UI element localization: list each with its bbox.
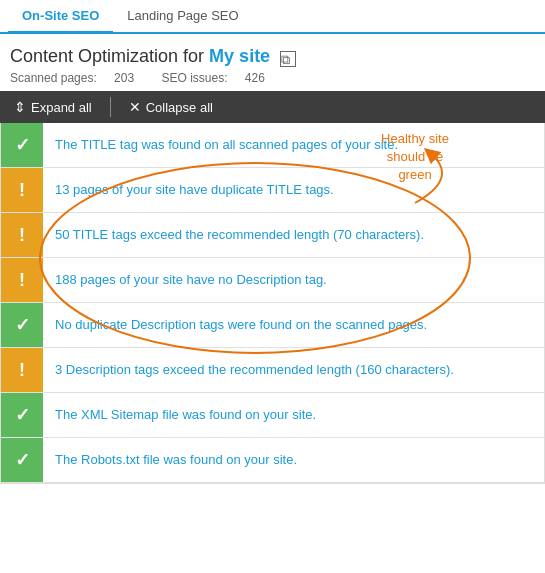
item-text: The Robots.txt file was found on your si… (43, 443, 544, 477)
list-item: The Robots.txt file was found on your si… (1, 438, 544, 483)
items-wrapper: The TITLE tag was found on all scanned p… (0, 123, 545, 484)
copy-icon[interactable] (280, 51, 296, 67)
items-list: The TITLE tag was found on all scanned p… (0, 123, 545, 484)
scanned-pages-label: Scanned pages: (10, 71, 97, 85)
warning-icon (19, 180, 25, 201)
item-text: No duplicate Description tags were found… (43, 308, 544, 342)
status-badge-warning (1, 348, 43, 392)
item-text: The XML Sitemap file was found on your s… (43, 398, 544, 432)
list-item: 13 pages of your site have duplicate TIT… (1, 168, 544, 213)
site-name: My site (209, 46, 270, 66)
warning-icon (19, 225, 25, 246)
status-badge-success (1, 438, 43, 482)
status-badge-success (1, 123, 43, 167)
seo-issues-label: SEO issues: (161, 71, 227, 85)
title-prefix: Content Optimization for (10, 46, 204, 66)
scanned-pages-value: 203 (114, 71, 134, 85)
list-item: 3 Description tags exceed the recommende… (1, 348, 544, 393)
collapse-all-button[interactable]: ✕ Collapse all (125, 97, 217, 117)
status-badge-success (1, 303, 43, 347)
page-title: Content Optimization for My site (10, 46, 535, 67)
item-text: 50 TITLE tags exceed the recommended len… (43, 218, 544, 252)
warning-icon (19, 360, 25, 381)
list-item: 188 pages of your site have no Descripti… (1, 258, 544, 303)
list-item: 50 TITLE tags exceed the recommended len… (1, 213, 544, 258)
expand-icon: ⇕ (14, 99, 26, 115)
collapse-label: Collapse all (146, 100, 213, 115)
warning-icon (19, 270, 25, 291)
list-item: No duplicate Description tags were found… (1, 303, 544, 348)
list-item: The TITLE tag was found on all scanned p… (1, 123, 544, 168)
status-badge-warning (1, 258, 43, 302)
seo-issues-value: 426 (245, 71, 265, 85)
scan-info: Scanned pages: 203 SEO issues: 426 (10, 71, 535, 85)
item-text: 13 pages of your site have duplicate TIT… (43, 173, 544, 207)
tab-onsite-seo[interactable]: On-Site SEO (8, 0, 113, 34)
expand-all-button[interactable]: ⇕ Expand all (10, 97, 96, 117)
collapse-icon: ✕ (129, 99, 141, 115)
check-icon (15, 404, 30, 426)
check-icon (15, 449, 30, 471)
item-text: 188 pages of your site have no Descripti… (43, 263, 544, 297)
list-item: The XML Sitemap file was found on your s… (1, 393, 544, 438)
item-text: 3 Description tags exceed the recommende… (43, 353, 544, 387)
page-header: Content Optimization for My site Scanned… (0, 34, 545, 91)
tab-landing-page-seo[interactable]: Landing Page SEO (113, 0, 252, 34)
check-icon (15, 314, 30, 336)
check-icon (15, 134, 30, 156)
status-badge-success (1, 393, 43, 437)
toolbar: ⇕ Expand all ✕ Collapse all (0, 91, 545, 123)
tabs-bar: On-Site SEO Landing Page SEO (0, 0, 545, 34)
expand-label: Expand all (31, 100, 92, 115)
toolbar-divider (110, 97, 111, 117)
item-text: The TITLE tag was found on all scanned p… (43, 128, 544, 162)
status-badge-warning (1, 213, 43, 257)
status-badge-warning (1, 168, 43, 212)
